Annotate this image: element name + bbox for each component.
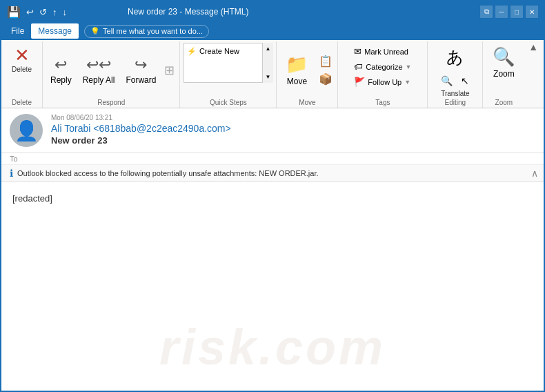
to-row: To <box>1 153 544 165</box>
forward-button[interactable]: ↪ Forward <box>121 52 161 88</box>
more-respond-button[interactable]: ⊞ <box>162 61 177 80</box>
to-label: To <box>10 155 18 163</box>
categorize-button[interactable]: 🏷 Categorize ▼ <box>349 59 416 74</box>
window-controls: ⧉ ─ □ ✕ <box>480 6 538 18</box>
forward-icon: ↪ <box>135 56 147 74</box>
categorize-arrow: ▼ <box>406 63 412 70</box>
delete-group-label: Delete <box>4 97 39 108</box>
email-subject: New order 23 <box>51 135 535 146</box>
security-bar: ℹ Outlook blocked access to the followin… <box>1 165 544 182</box>
reply-all-label: Reply All <box>83 75 115 85</box>
redo-btn[interactable]: ↺ <box>39 7 47 17</box>
cursor-icon: ↖ <box>461 75 469 86</box>
more-icon: ⊞ <box>164 63 175 78</box>
create-new-label: Create New <box>199 47 239 55</box>
restore-btn[interactable]: ⧉ <box>480 6 493 18</box>
maximize-btn[interactable]: □ <box>511 6 523 18</box>
search-button[interactable]: 🔍 <box>437 73 456 88</box>
delete-icon: ✕ <box>14 46 30 64</box>
reply-button[interactable]: ↩ Reply <box>46 52 77 88</box>
archive-icon: 📦 <box>319 72 333 86</box>
file-menu[interactable]: File <box>4 23 31 39</box>
tags-group: ✉ Mark Unread 🏷 Categorize ▼ 🚩 Follow Up… <box>338 41 428 108</box>
ribbon-collapse-btn[interactable]: ▲ <box>526 40 541 54</box>
up-btn[interactable]: ↑ <box>52 7 57 17</box>
translate-button[interactable]: あ <box>442 43 468 72</box>
zoom-icon: 🔍 <box>493 46 515 68</box>
quick-steps-expand[interactable]: ▲ ▼ <box>262 43 273 83</box>
editing-group-label: Editing <box>430 97 479 108</box>
move-sub-btn-2[interactable]: 📦 <box>317 70 335 88</box>
zoom-label: Zoom <box>493 69 515 79</box>
zoom-group: 🔍 Zoom Zoom <box>483 41 524 108</box>
move-group: 📁 Move 📋 📦 Move <box>277 41 338 108</box>
create-new-icon: ⚡ <box>187 47 197 56</box>
tellme-label: Tell me what you want to do... <box>103 27 203 35</box>
message-menu[interactable]: Message <box>31 23 79 39</box>
email-header: 👤 Mon 08/06/20 13:21 Ali Torabi <6818bab… <box>1 108 544 153</box>
create-new-step[interactable]: ⚡ Create New <box>184 43 272 59</box>
reply-label: Reply <box>50 75 72 85</box>
email-from: Ali Torabi <6818bab@2c2eac2490a.com> <box>51 123 535 134</box>
mark-unread-button[interactable]: ✉ Mark Unread <box>349 44 413 59</box>
email-body-text: [redacted] <box>12 193 533 204</box>
watermark: risk.com <box>1 319 544 375</box>
quick-steps-group-label: Quick Steps <box>183 97 273 108</box>
email-date: Mon 08/06/20 13:21 <box>51 114 535 121</box>
followup-arrow: ▼ <box>404 79 410 86</box>
email-meta: Mon 08/06/20 13:21 Ali Torabi <6818bab@2… <box>51 114 535 146</box>
tags-group-label: Tags <box>341 97 424 108</box>
title-bar-left: 💾 ↩ ↺ ↑ ↓ New order 23 - Message (HTML) <box>7 6 248 19</box>
tell-me-input[interactable]: 💡 Tell me what you want to do... <box>84 25 209 38</box>
forward-label: Forward <box>126 75 156 85</box>
move-group-label: Move <box>279 97 335 108</box>
save-icon[interactable]: 💾 <box>7 6 21 19</box>
envelope-icon: ✉ <box>354 46 361 57</box>
zoom-button[interactable]: 🔍 Zoom <box>486 43 521 82</box>
follow-up-button[interactable]: 🚩 Follow Up ▼ <box>349 75 415 89</box>
title-bar: 💾 ↩ ↺ ↑ ↓ New order 23 - Message (HTML) … <box>1 1 544 22</box>
minimize-btn[interactable]: ─ <box>495 6 508 18</box>
window-title: New order 23 - Message (HTML) <box>128 7 248 17</box>
avatar-icon: 👤 <box>14 119 39 142</box>
editing-group: あ 🔍 ↖ Translate Editing <box>428 41 483 108</box>
move-button[interactable]: 📁 Move <box>279 50 314 90</box>
mark-unread-label: Mark Unread <box>364 48 408 56</box>
menu-bar: File Message 💡 Tell me what you want to … <box>1 22 544 40</box>
undo-btn[interactable]: ↩ <box>26 7 34 17</box>
move-sub-btn-1[interactable]: 📋 <box>317 52 335 70</box>
expand-up-icon: ▲ <box>265 46 270 52</box>
quick-steps-group: ⚡ Create New ▲ ▼ Quick Steps <box>180 41 277 108</box>
zoom-group-label: Zoom <box>486 97 522 108</box>
category-icon: 🏷 <box>354 61 363 72</box>
security-icon: ℹ <box>10 168 13 179</box>
close-btn[interactable]: ✕ <box>526 6 538 18</box>
sender-avatar: 👤 <box>10 114 43 147</box>
security-warning-text: Outlook blocked access to the following … <box>17 169 319 177</box>
reply-all-icon: ↩↩ <box>86 56 111 74</box>
expand-down-icon: ▼ <box>265 74 270 80</box>
follow-up-label: Follow Up <box>368 78 402 86</box>
move-label: Move <box>287 77 307 86</box>
tellme-icon: 💡 <box>90 27 100 36</box>
delete-group: ✕ Delete Delete <box>1 41 43 108</box>
reply-icon: ↩ <box>54 56 67 74</box>
delete-label: Delete <box>12 66 32 73</box>
delete-button[interactable]: ✕ Delete <box>6 43 38 77</box>
categorize-label: Categorize <box>366 63 402 71</box>
cursor-button[interactable]: ↖ <box>457 73 473 88</box>
flag-icon: 🚩 <box>354 77 365 87</box>
down-btn[interactable]: ↓ <box>63 7 68 17</box>
respond-group: ↩ Reply ↩↩ Reply All ↪ Forward ⊞ Respond <box>43 41 180 108</box>
quick-steps-box: ⚡ Create New <box>184 43 273 83</box>
email-body: [redacted] risk.com <box>1 182 544 389</box>
translate-label: Translate <box>441 90 469 97</box>
reply-all-button[interactable]: ↩↩ Reply All <box>78 52 120 88</box>
copy-icon: 📋 <box>319 55 333 68</box>
ribbon: ✕ Delete Delete ↩ Reply ↩↩ Reply All <box>1 40 544 108</box>
ribbon-groups: ✕ Delete Delete ↩ Reply ↩↩ Reply All <box>1 41 544 108</box>
security-collapse-btn[interactable]: ∧ <box>531 168 538 179</box>
search-icon: 🔍 <box>441 75 453 86</box>
respond-group-label: Respond <box>46 97 177 108</box>
translate-icon: あ <box>446 46 464 68</box>
